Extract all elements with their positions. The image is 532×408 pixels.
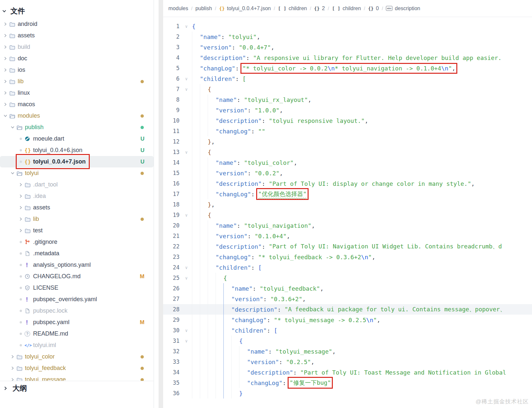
code-line-32[interactable]: 32"name": "tolyui_message", <box>163 346 532 357</box>
code-line-2[interactable]: 2"name": "tolyui", <box>163 31 532 42</box>
fold-chevron-icon[interactable]: ∨ <box>181 76 192 81</box>
code-line-27[interactable]: 27"version": "0.3.6+2", <box>163 294 532 304</box>
chev-down-icon[interactable] <box>2 114 9 118</box>
code-line-1[interactable]: 1∨{ <box>163 21 532 31</box>
fold-chevron-icon[interactable]: ∨ <box>181 265 192 270</box>
code-line-14[interactable]: 14"name": "tolyui_color", <box>163 157 532 168</box>
tree-item-tolyui_0.0.4+6.json[interactable]: {}tolyui_0.0.4+6.jsonU <box>0 145 154 156</box>
code-line-3[interactable]: 3"version": "0.0.4+7", <box>163 42 532 52</box>
code-line-31[interactable]: 31∨{ <box>163 336 532 346</box>
tree-item-tolyui[interactable]: tolyui <box>0 167 154 179</box>
tree-item-pubspec.lock[interactable]: pubspec.lock <box>0 305 154 317</box>
code-line-4[interactable]: 4"description": "A responsive ui library… <box>163 52 532 63</box>
tree-item-CHANGELOG.md[interactable]: CHANGELOG.mdM <box>0 271 154 282</box>
tree-item-ios[interactable]: ios <box>0 64 154 76</box>
code-line-34[interactable]: 34"description": "Part of Toly UI: Toast… <box>163 367 532 378</box>
code-line-12[interactable]: 12}, <box>163 136 532 147</box>
code-line-22[interactable]: 22"description": "Part of Toly UI: Navig… <box>163 241 532 252</box>
code-line-24[interactable]: 24∨"children": [ <box>163 262 532 273</box>
code-editor[interactable]: 1∨{2"name": "tolyui",3"version": "0.0.4+… <box>163 21 532 408</box>
code-line-16[interactable]: 16"description": "Part of Toly UI: displ… <box>163 178 532 189</box>
tree-item-pubspec_overrides.yaml[interactable]: !pubspec_overrides.yaml <box>0 294 154 305</box>
breadcrumb-item-0[interactable]: {}0 <box>368 6 379 11</box>
chev-down-icon[interactable] <box>9 171 16 175</box>
code-line-20[interactable]: 20"name": "tolyui_navigation", <box>163 220 532 231</box>
tree-item-tolyui_message[interactable]: tolyui_message <box>0 374 154 381</box>
tree-item-.gitignore[interactable]: .gitignore <box>0 236 154 248</box>
tree-item-README.md[interactable]: ?README.md <box>0 328 154 340</box>
code-line-28[interactable]: 28"description": "A feedback ui package … <box>163 304 532 315</box>
chev-right-icon[interactable] <box>17 194 24 198</box>
chev-right-icon[interactable] <box>2 33 9 38</box>
code-line-29[interactable]: 29"changLog": "* tolyui_message -> 0.2.5… <box>163 315 532 325</box>
breadcrumb-item-2[interactable]: {}2 <box>314 6 325 11</box>
outline-section-header[interactable]: 大纲 <box>0 381 154 395</box>
code-line-30[interactable]: 30∨"children": [ <box>163 325 532 336</box>
chev-right-icon[interactable] <box>2 45 9 49</box>
tree-item-doc[interactable]: doc <box>0 53 154 64</box>
chev-right-icon[interactable] <box>2 68 9 72</box>
code-line-10[interactable]: 10"description": "tolyui responsive layo… <box>163 115 532 126</box>
chev-right-icon[interactable] <box>2 22 9 26</box>
tree-item-.metadata[interactable]: .metadata <box>0 248 154 259</box>
chev-right-icon[interactable] <box>2 56 9 61</box>
chev-right-icon[interactable] <box>17 205 24 210</box>
fold-chevron-icon[interactable]: ∨ <box>181 150 192 155</box>
tree-item-lib[interactable]: lib <box>0 76 154 87</box>
code-line-18[interactable]: 18}, <box>163 199 532 210</box>
tree-item-.idea[interactable]: .idea <box>0 190 154 202</box>
chev-down-icon[interactable] <box>9 125 16 129</box>
sidebar-scrollbar-track[interactable] <box>159 0 163 408</box>
tree-item-assets[interactable]: assets <box>0 202 154 213</box>
code-line-11[interactable]: 11"changLog": "" <box>163 126 532 136</box>
tree-item-tolyui_feedback[interactable]: tolyui_feedback <box>0 362 154 374</box>
fold-chevron-icon[interactable]: ∨ <box>181 276 192 281</box>
tree-item-publish[interactable]: publish <box>0 122 154 133</box>
tree-item-linux[interactable]: linux <box>0 87 154 99</box>
chev-right-icon[interactable] <box>17 183 24 187</box>
code-line-15[interactable]: 15"version": "0.0.2", <box>163 168 532 178</box>
fold-chevron-icon[interactable]: ∨ <box>181 328 192 333</box>
tree-item-pubspec.yaml[interactable]: !pubspec.yamlM <box>0 317 154 328</box>
tree-item-tolyui_color[interactable]: tolyui_color <box>0 351 154 362</box>
tree-item-tolyui.iml[interactable]: </>tolyui.iml <box>0 340 154 351</box>
code-line-19[interactable]: 19∨{ <box>163 210 532 220</box>
code-line-5[interactable]: 5"changLog": "* tolyui_color -> 0.0.2\n*… <box>163 63 532 73</box>
breadcrumb-item-publish[interactable]: publish <box>195 6 212 11</box>
breadcrumb-item-tolyui_0.0.4+7.json[interactable]: {}tolyui_0.0.4+7.json <box>219 6 271 11</box>
tree-item-.dart_tool[interactable]: .dart_tool <box>0 179 154 190</box>
fold-chevron-icon[interactable]: ∨ <box>181 24 192 29</box>
tree-item-build[interactable]: build <box>0 41 154 53</box>
fold-chevron-icon[interactable]: ∨ <box>181 213 192 218</box>
chev-right-icon[interactable] <box>2 91 9 95</box>
chev-right-icon[interactable] <box>17 228 24 233</box>
tree-item-moeule.dart[interactable]: moeule.dartU <box>0 133 154 145</box>
chev-right-icon[interactable] <box>2 79 9 84</box>
chev-right-icon[interactable] <box>2 102 9 107</box>
code-line-7[interactable]: 7∨{ <box>163 84 532 94</box>
chev-right-icon[interactable] <box>17 217 24 221</box>
tree-item-macos[interactable]: macos <box>0 99 154 110</box>
code-line-6[interactable]: 6∨"children": [ <box>163 73 532 84</box>
breadcrumb-item-description[interactable]: abcdescription <box>386 6 420 11</box>
breadcrumb-item-modules[interactable]: modules <box>168 6 188 11</box>
tree-item-android[interactable]: android <box>0 18 154 30</box>
code-line-13[interactable]: 13∨{ <box>163 147 532 157</box>
tree-item-modules[interactable]: modules <box>0 110 154 122</box>
code-line-36[interactable]: 36} <box>163 388 532 398</box>
code-line-21[interactable]: 21"version": "0.1.0+4", <box>163 231 532 241</box>
code-line-17[interactable]: 17"changLog": "优化颜色选择器" <box>163 189 532 199</box>
code-line-23[interactable]: 23"changLog": "* tolyui_feedback -> 0.3.… <box>163 252 532 262</box>
tree-item-LICENSE[interactable]: LICENSE <box>0 282 154 294</box>
files-section-header[interactable]: 文件 <box>2 5 25 17</box>
breadcrumb-item-children[interactable]: [ ]children <box>332 6 361 11</box>
chev-right-icon[interactable] <box>9 378 16 381</box>
code-line-8[interactable]: 8"name": "tolyui_rx_layout", <box>163 94 532 105</box>
code-line-26[interactable]: 26"name": "tolyui_feedback", <box>163 283 532 294</box>
tree-item-test[interactable]: test <box>0 225 154 236</box>
tree-item-tolyui_0.0.4+7.json[interactable]: {}tolyui_0.0.4+7.jsonU <box>0 156 154 167</box>
code-line-9[interactable]: 9"version": "1.0.0", <box>163 105 532 115</box>
tree-item-lib[interactable]: lib <box>0 213 154 225</box>
fold-chevron-icon[interactable]: ∨ <box>181 339 192 343</box>
code-line-25[interactable]: 25∨{ <box>163 273 532 283</box>
